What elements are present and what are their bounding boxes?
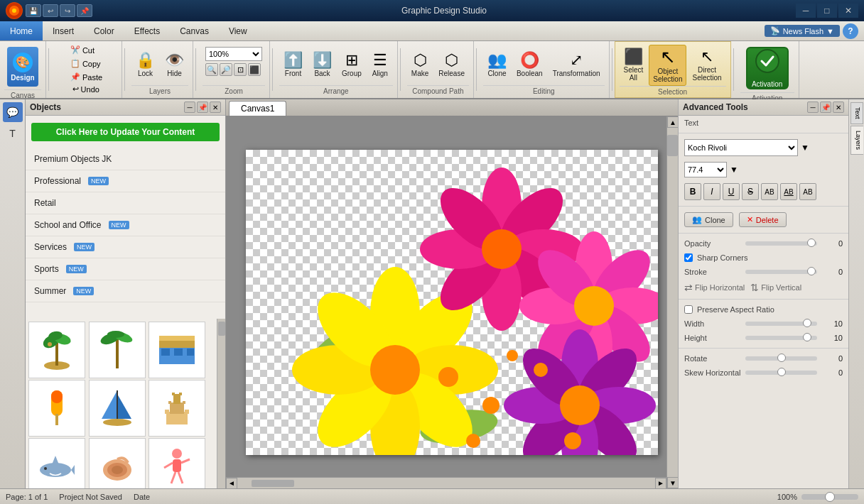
minimize-button[interactable]: ─ [796, 4, 816, 18]
flip-vertical-button[interactable]: ⇅ Flip Vertical [750, 282, 801, 293]
grid-item[interactable] [28, 438, 85, 489]
right-tab-layers[interactable]: Layers [850, 126, 863, 155]
uppercase-button[interactable]: AB [761, 183, 778, 200]
font-select[interactable]: Koch Rivoli [684, 139, 798, 156]
font-size-select[interactable]: 77.4 [684, 162, 727, 177]
canvas-tab-1[interactable]: Canvas1 [229, 101, 286, 116]
underline-button[interactable]: U [723, 183, 740, 200]
make-button[interactable]: ⬡ Make [407, 50, 433, 80]
smallcaps-button[interactable]: AB [780, 183, 797, 200]
menu-effects[interactable]: Effects [124, 21, 170, 40]
canvas-scrollbar-vertical[interactable]: ▲ ▼ [666, 116, 678, 488]
pin-icon[interactable]: 📌 [77, 4, 92, 17]
panel-close-btn[interactable]: ✕ [210, 102, 221, 113]
zoom-status-slider[interactable] [801, 494, 858, 500]
cut-button[interactable]: ✂️ Cut [68, 44, 97, 56]
delete-panel-button[interactable]: ✕ Delete [739, 212, 787, 227]
opacity-slider[interactable] [745, 241, 817, 246]
list-item[interactable]: Sports NEW [26, 258, 225, 280]
zoom-out-icon[interactable]: 🔍 [205, 63, 218, 76]
grid-item[interactable] [148, 322, 205, 378]
list-item[interactable]: Professional NEW [26, 170, 225, 192]
activation-button[interactable]: Activation [746, 47, 789, 89]
preserve-aspect-checkbox[interactable] [684, 305, 693, 314]
menu-insert[interactable]: Insert [43, 21, 84, 40]
menu-canvas[interactable]: Canvas [170, 21, 219, 40]
width-slider[interactable] [745, 322, 817, 326]
height-slider[interactable] [745, 336, 817, 340]
save-icon[interactable]: 💾 [26, 4, 41, 17]
panel-minimize-btn[interactable]: ─ [184, 102, 195, 113]
menu-view[interactable]: View [219, 21, 257, 40]
tool-speech-bubble[interactable]: 💬 [3, 102, 23, 122]
lock-button[interactable]: 🔒 Lock [131, 50, 159, 80]
grid-item[interactable] [89, 322, 146, 378]
right-tab-text[interactable]: Text [850, 102, 863, 124]
bold-button[interactable]: B [684, 183, 701, 200]
panel-pin-btn[interactable]: 📌 [197, 102, 208, 113]
news-flash-btn[interactable]: 📡 News Flash ▼ [765, 25, 840, 37]
skew-h-slider[interactable] [745, 371, 817, 375]
close-button[interactable]: ✕ [838, 4, 858, 18]
adv-minimize-btn[interactable]: ─ [807, 102, 819, 113]
clone-ribbon-button[interactable]: 👥 Clone [483, 50, 511, 80]
list-item[interactable]: Retail [26, 192, 225, 214]
zoom-in-icon[interactable]: 🔎 [220, 63, 232, 76]
front-button[interactable]: ⬆️ Front [279, 50, 307, 80]
flip-horizontal-button[interactable]: ⇄ Flip Horizontal [684, 282, 745, 293]
release-button[interactable]: ⬡ Release [434, 50, 469, 80]
grid-item[interactable] [89, 380, 146, 437]
menu-home[interactable]: Home [0, 21, 43, 40]
align-button[interactable]: ☰ Align [367, 50, 393, 80]
objects-scrollbar[interactable] [217, 319, 225, 489]
rotate-slider[interactable] [745, 356, 817, 361]
grid-item[interactable] [148, 438, 205, 489]
rss-icon: 📡 [770, 26, 780, 35]
adv-pin-btn[interactable]: 📌 [820, 102, 831, 113]
zoom-100-icon[interactable]: ⬛ [248, 63, 261, 76]
back-button[interactable]: ⬇️ Back [308, 50, 336, 80]
zoom-fit-icon[interactable]: ⊡ [234, 63, 247, 76]
hide-button[interactable]: 👁️ Hide [161, 50, 188, 80]
strikethrough-button[interactable]: S [742, 183, 759, 200]
copy-button[interactable]: 📋 Copy [68, 57, 104, 70]
canvas-scrollbar-horizontal[interactable]: ◄ ► [226, 477, 666, 488]
scroll-up-btn[interactable]: ▲ [667, 116, 678, 128]
help-button[interactable]: ? [843, 23, 858, 39]
boolean-button[interactable]: ⭕ Boolean [512, 50, 547, 80]
grid-item[interactable] [28, 380, 85, 437]
clone-panel-button[interactable]: 👥 Clone [684, 212, 733, 227]
grid-item[interactable] [148, 380, 205, 437]
undo-button[interactable]: ↩ Undo [70, 83, 102, 95]
paste-button[interactable]: 📌 Paste [68, 71, 105, 83]
list-item[interactable]: School and Office NEW [26, 214, 225, 236]
adv-close-btn[interactable]: ✕ [833, 102, 844, 113]
zoom-select[interactable]: 25%50%75%100%150%200% [205, 47, 262, 61]
scroll-right-btn[interactable]: ► [655, 478, 666, 489]
select-all-button[interactable]: ⬛ SelectAll [620, 46, 648, 84]
undo-icon[interactable]: ↩ [43, 4, 58, 17]
object-selection-button[interactable]: ↖ ObjectSelection [649, 45, 686, 86]
list-item[interactable]: Services NEW [26, 236, 225, 258]
update-content-button[interactable]: Click Here to Update Your Content [31, 123, 220, 141]
direct-selection-button[interactable]: ↖ DirectSelection [688, 46, 725, 84]
redo-icon[interactable]: ↪ [60, 4, 75, 17]
grid-item[interactable] [28, 322, 85, 378]
sharp-corners-checkbox[interactable] [684, 253, 693, 262]
scroll-left-btn[interactable]: ◄ [226, 478, 237, 489]
lowercase-button[interactable]: AB [799, 183, 816, 200]
maximize-button[interactable]: □ [817, 4, 837, 18]
list-item[interactable]: Premium Objects JK [26, 148, 225, 170]
tool-text[interactable]: T [3, 124, 23, 143]
design-button[interactable]: 🎨 Design [7, 47, 38, 87]
grid-item[interactable] [89, 438, 146, 489]
transformation-button[interactable]: ⤢ Transformation [549, 50, 605, 80]
scroll-down-btn[interactable]: ▼ [667, 477, 678, 488]
list-item[interactable]: Summer NEW [26, 280, 225, 302]
italic-button[interactable]: I [703, 183, 720, 200]
group-button[interactable]: ⊞ Group [338, 50, 366, 80]
menu-color[interactable]: Color [84, 21, 124, 40]
stroke-slider[interactable] [745, 270, 817, 274]
canvas-viewport[interactable]: ▲ ▼ ◄ ► [226, 116, 678, 488]
text-section-label: Text [679, 116, 848, 130]
